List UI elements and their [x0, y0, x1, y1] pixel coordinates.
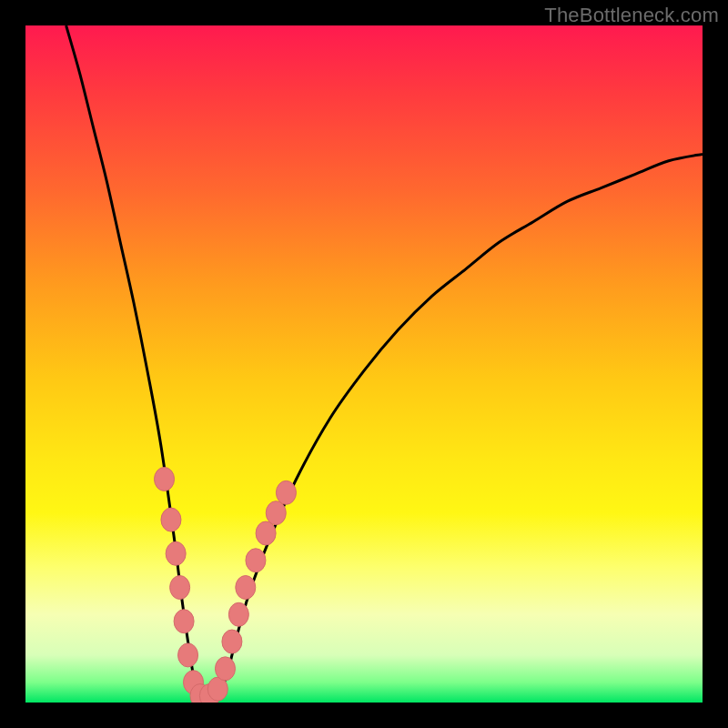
marker-point	[276, 480, 296, 504]
marker-point	[266, 501, 286, 525]
marker-point	[155, 467, 175, 490]
marker-point	[236, 576, 256, 600]
marker-point	[256, 521, 276, 545]
plot-area	[25, 25, 703, 703]
marker-point	[215, 657, 235, 681]
marker-point	[161, 508, 181, 531]
watermark-text: TheBottleneck.com	[544, 4, 719, 27]
marker-point	[178, 643, 198, 667]
marker-point	[228, 602, 248, 626]
curve-svg	[25, 25, 703, 703]
bottleneck-curve	[66, 25, 703, 703]
marker-point	[174, 610, 194, 633]
marker-point	[170, 576, 190, 600]
chart-frame: TheBottleneck.com	[0, 0, 728, 728]
curve-path	[66, 25, 703, 703]
marker-point	[246, 549, 266, 572]
marker-point	[166, 541, 186, 565]
marker-point	[222, 630, 242, 653]
marker-group	[155, 467, 297, 703]
